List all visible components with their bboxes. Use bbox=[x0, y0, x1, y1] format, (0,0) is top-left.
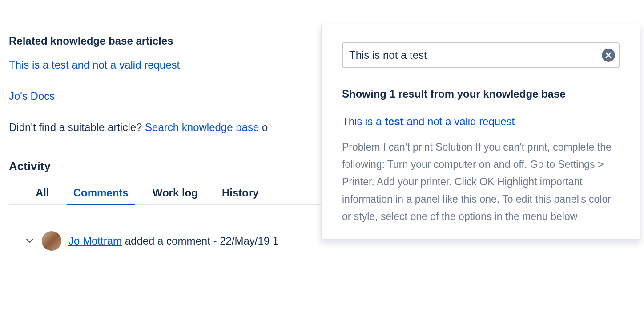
results-heading: Showing 1 result from your knowledge bas… bbox=[342, 88, 620, 100]
search-row bbox=[342, 42, 620, 68]
result-title-pre: This is a bbox=[342, 115, 385, 127]
kb-result-link[interactable]: This is a test and not a valid request bbox=[342, 115, 620, 128]
search-knowledge-base-link[interactable]: Search knowledge base bbox=[145, 121, 259, 133]
not-found-prefix: Didn't find a suitable article? bbox=[9, 121, 145, 133]
result-title-post: and not a valid request bbox=[404, 115, 515, 127]
tab-all[interactable]: All bbox=[34, 184, 51, 204]
tab-comments[interactable]: Comments bbox=[72, 184, 130, 204]
comment-timestamp: 22/May/19 1 bbox=[220, 235, 278, 247]
tab-worklog[interactable]: Work log bbox=[151, 184, 200, 204]
not-found-suffix: o bbox=[259, 121, 268, 133]
kb-result-excerpt: Problem I can't print Solution If you ca… bbox=[342, 139, 620, 225]
chevron-down-icon[interactable] bbox=[25, 236, 35, 246]
tab-history[interactable]: History bbox=[220, 184, 261, 204]
result-title-highlight: test bbox=[385, 115, 404, 127]
kb-search-input[interactable] bbox=[342, 42, 620, 68]
comment-meta-prefix: added a comment - bbox=[122, 235, 220, 247]
close-icon bbox=[605, 52, 612, 58]
comment-text: Jo Mottram added a comment - 22/May/19 1 bbox=[68, 235, 278, 247]
kb-search-popup: Showing 1 result from your knowledge bas… bbox=[321, 24, 640, 239]
avatar[interactable] bbox=[42, 231, 61, 251]
comment-author-link[interactable]: Jo Mottram bbox=[68, 235, 122, 247]
clear-search-button[interactable] bbox=[602, 49, 615, 62]
